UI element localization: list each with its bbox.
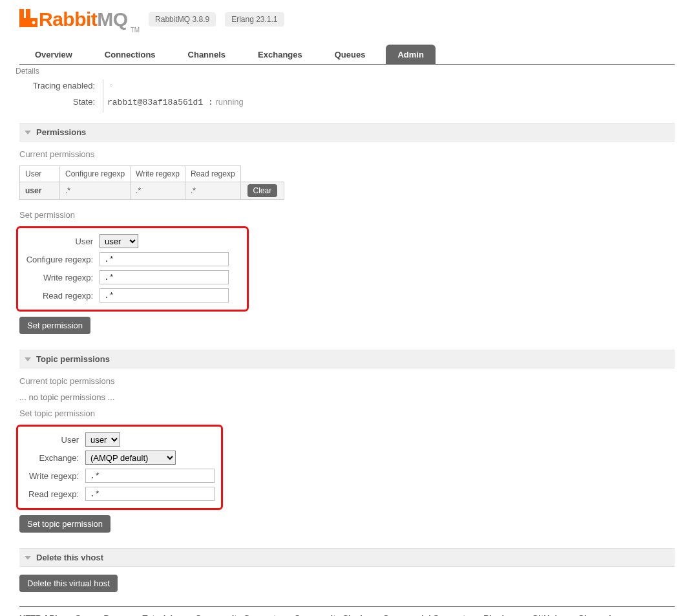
perm-read-label: Read regexp: (25, 291, 100, 301)
tracing-label: Tracing enabled: (19, 80, 99, 96)
set-topic-permission-button[interactable]: Set topic permission (19, 515, 110, 533)
svg-point-3 (32, 21, 36, 25)
perm-write-label: Write regexp: (25, 273, 100, 282)
footer-github[interactable]: GitHub (532, 613, 560, 616)
svg-rect-1 (26, 9, 30, 18)
section-permissions-title: Permissions (36, 127, 86, 137)
current-permissions-heading: Current permissions (19, 149, 675, 159)
tab-admin[interactable]: Admin (386, 45, 435, 64)
col-read: Read regexp (185, 166, 240, 182)
topic-read-input[interactable] (85, 487, 215, 501)
topic-exchange-label: Exchange: (25, 453, 85, 463)
cell-write: .* (131, 182, 185, 200)
set-permission-button[interactable]: Set permission (19, 317, 90, 334)
chevron-down-icon (25, 357, 31, 361)
topic-exchange-select[interactable]: (AMQP default) (85, 451, 176, 465)
section-delete-title: Delete this vhost (36, 553, 103, 562)
topic-write-label: Write regexp: (25, 471, 85, 481)
section-delete-vhost[interactable]: Delete this vhost (19, 548, 675, 567)
footer-community-slack[interactable]: Community Slack (294, 613, 364, 616)
tab-channels[interactable]: Channels (176, 45, 238, 64)
details-block: Tracing enabled: State: ○ rabbit@83af18a… (19, 80, 675, 112)
brand-mq: MQ (97, 8, 127, 30)
tab-connections[interactable]: Connections (93, 45, 167, 64)
tracing-indicator-icon: ○ (110, 83, 112, 87)
svg-rect-0 (19, 9, 24, 18)
footer-commercial-support[interactable]: Commercial Support (383, 613, 465, 616)
section-topic-title: Topic permissions (36, 354, 110, 364)
perm-user-label: User (25, 237, 100, 246)
perm-user-select[interactable]: user (100, 234, 138, 248)
permissions-table: User Configure regexp Write regexp Read … (19, 165, 284, 200)
footer-links: HTTP API Server Docs Tutorials Community… (19, 613, 675, 616)
chevron-down-icon (25, 556, 31, 560)
footer-changelog[interactable]: Changelog (578, 613, 622, 616)
perm-configure-label: Configure regexp: (25, 255, 100, 264)
footer-http-api[interactable]: HTTP API (19, 613, 58, 616)
clear-button[interactable]: Clear (247, 184, 278, 197)
cell-user: user (20, 182, 60, 200)
tab-queues[interactable]: Queues (323, 45, 377, 64)
state-node: rabbit@83af18a561d1 : (107, 98, 213, 107)
rabbitmq-logo-icon (19, 9, 37, 27)
brand-rabbit: Rabbit (39, 8, 97, 30)
section-topic-permissions[interactable]: Topic permissions (19, 350, 675, 368)
footer-server-docs[interactable]: Server Docs (76, 613, 125, 616)
logo: RabbitMQ TM (19, 8, 140, 30)
version-badge-erlang: Erlang 23.1.1 (225, 12, 284, 27)
version-badge-rabbitmq: RabbitMQ 3.8.9 (149, 12, 216, 27)
delete-vhost-button[interactable]: Delete this virtual host (19, 575, 118, 592)
topic-read-label: Read regexp: (25, 489, 85, 499)
header: RabbitMQ TM RabbitMQ 3.8.9 Erlang 23.1.1 (19, 8, 675, 30)
perm-write-input[interactable] (100, 270, 229, 284)
state-status: running (215, 97, 243, 107)
details-heading: Details (16, 67, 675, 76)
current-topic-heading: Current topic permissions (19, 376, 675, 386)
footer-plugins[interactable]: Plugins (483, 613, 514, 616)
tab-exchanges[interactable]: Exchanges (246, 45, 314, 64)
set-permission-form: User user Configure regexp: Write regexp… (16, 226, 249, 312)
footer-tutorials[interactable]: Tutorials (142, 613, 177, 616)
topic-user-select[interactable]: user (85, 432, 120, 447)
trademark: TM (131, 27, 140, 34)
topic-write-input[interactable] (85, 469, 215, 483)
state-label: State: (19, 96, 99, 112)
table-row: user .* .* .* Clear (20, 182, 284, 200)
tab-overview[interactable]: Overview (23, 45, 84, 64)
cell-read: .* (185, 182, 240, 200)
set-topic-heading: Set topic permission (19, 409, 675, 418)
footer-separator (19, 606, 675, 607)
perm-read-input[interactable] (100, 288, 229, 303)
set-topic-form: User user Exchange: (AMQP default) Write… (16, 425, 223, 510)
no-topic-permissions-msg: ... no topic permissions ... (19, 392, 675, 402)
col-configure: Configure regexp (60, 166, 131, 182)
col-user: User (20, 166, 60, 182)
col-write: Write regexp (131, 166, 185, 182)
table-header-row: User Configure regexp Write regexp Read … (20, 166, 284, 182)
cell-configure: .* (60, 182, 131, 200)
footer-community-support[interactable]: Community Support (195, 613, 276, 616)
topic-user-label: User (25, 435, 85, 445)
set-permission-heading: Set permission (19, 210, 675, 220)
chevron-down-icon (25, 131, 31, 134)
perm-configure-input[interactable] (100, 252, 229, 266)
nav-tabs: Overview Connections Channels Exchanges … (19, 45, 675, 65)
section-permissions[interactable]: Permissions (19, 123, 675, 142)
